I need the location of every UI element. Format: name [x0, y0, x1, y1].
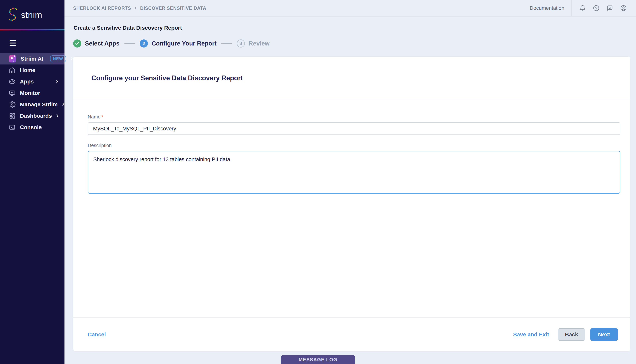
breadcrumb-discover-sensitive-data[interactable]: DISCOVER SENSITIVE DATA: [140, 6, 206, 11]
step-connector: [221, 43, 232, 44]
step-review: 3 Review: [237, 40, 270, 48]
sidebar-item-label: Apps: [20, 78, 34, 85]
menu-toggle-button[interactable]: [10, 40, 16, 46]
card-header: Configure your Sensitive Data Discovery …: [73, 56, 630, 100]
next-button[interactable]: Next: [590, 328, 618, 341]
sidebar-item-label: Manage Striim: [20, 101, 58, 108]
sidebar-item-label: Monitor: [20, 90, 40, 96]
card-body: Name* Description Sherlock discovery rep…: [73, 100, 630, 317]
step-number: 3: [237, 40, 245, 48]
top-bar: SHERLOCK AI REPORTS › DISCOVER SENSITIVE…: [64, 0, 636, 16]
card-title: Configure your Sensitive Data Discovery …: [92, 74, 612, 82]
gear-icon: [9, 101, 16, 108]
chevron-right-icon: ›: [70, 55, 73, 63]
configure-report-card: Configure your Sensitive Data Discovery …: [73, 56, 630, 352]
step-connector: [124, 43, 135, 44]
monitor-icon: [9, 90, 16, 96]
notifications-bell-icon[interactable]: [580, 5, 586, 11]
sidebar-item-monitor[interactable]: Monitor: [0, 87, 64, 99]
help-icon[interactable]: [593, 5, 599, 11]
description-label: Description: [88, 142, 620, 148]
sidebar-item-manage-striim[interactable]: Manage Striim ›: [0, 99, 64, 110]
striim-logo-icon: [8, 7, 20, 22]
chevron-right-icon: ›: [56, 78, 58, 86]
breadcrumb: SHERLOCK AI REPORTS › DISCOVER SENSITIVE…: [73, 5, 206, 11]
step-complete-check-icon: [73, 40, 81, 48]
name-label: Name*: [88, 114, 620, 120]
documentation-link[interactable]: Documentation: [530, 5, 564, 11]
step-number: 2: [140, 40, 148, 48]
breadcrumb-sherlock-ai-reports[interactable]: SHERLOCK AI REPORTS: [73, 6, 131, 11]
step-label: Select Apps: [85, 40, 120, 47]
step-label: Review: [248, 40, 270, 47]
save-and-exit-link[interactable]: Save and Exit: [513, 332, 549, 338]
back-button[interactable]: Back: [558, 328, 585, 341]
terminal-icon: [9, 124, 16, 130]
cancel-link[interactable]: Cancel: [88, 332, 106, 338]
user-account-icon[interactable]: [620, 5, 626, 11]
sidebar-nav: ✦✦✦ Striim AI NEW › Home: [0, 53, 64, 133]
message-log-button[interactable]: MESSAGE LOG: [281, 355, 355, 364]
sidebar-item-label: Dashboards: [20, 113, 52, 119]
apps-code-icon: [9, 78, 16, 85]
sidebar: striim ✦✦✦ Striim AI NEW › Home: [0, 0, 64, 364]
step-label: Configure Your Report: [152, 40, 217, 47]
wizard-stepper: Select Apps 2 Configure Your Report 3 Re…: [73, 40, 630, 48]
required-asterisk: *: [101, 114, 103, 120]
new-badge: NEW: [50, 56, 66, 62]
sidebar-item-dashboards[interactable]: Dashboards ›: [0, 110, 64, 122]
step-select-apps[interactable]: Select Apps: [73, 40, 120, 48]
feedback-chat-icon[interactable]: [607, 5, 613, 11]
chevron-right-icon: ›: [62, 100, 64, 108]
topbar-actions: Documentation: [530, 0, 636, 16]
striim-logo-text: striim: [21, 10, 42, 20]
report-name-input[interactable]: [88, 122, 620, 135]
sidebar-item-console[interactable]: Console: [0, 122, 64, 133]
sidebar-item-apps[interactable]: Apps ›: [0, 76, 64, 87]
sidebar-item-home[interactable]: Home: [0, 64, 64, 76]
sidebar-item-label: Console: [20, 124, 42, 130]
home-icon: [9, 67, 16, 74]
content-area: Create a Sensitive Data Discovery Report…: [64, 16, 636, 364]
striim-logo[interactable]: striim: [0, 0, 64, 30]
chevron-right-icon: ›: [135, 5, 136, 11]
sparkles-icon: ✦✦✦: [9, 55, 16, 62]
page-title: Create a Sensitive Data Discovery Report: [74, 25, 630, 31]
report-description-textarea[interactable]: Sherlock discovery report for 13 tables …: [88, 151, 620, 194]
dashboard-grid-icon: [9, 112, 16, 119]
sidebar-item-striim-ai[interactable]: ✦✦✦ Striim AI NEW ›: [0, 53, 64, 64]
sidebar-item-label: Striim AI: [21, 56, 43, 62]
sidebar-item-label: Home: [20, 67, 35, 73]
main-area: SHERLOCK AI REPORTS › DISCOVER SENSITIVE…: [64, 0, 636, 364]
step-configure-your-report[interactable]: 2 Configure Your Report: [140, 40, 217, 48]
card-footer: Cancel Save and Exit Back Next: [73, 317, 630, 351]
sidebar-accent-gradient: [0, 30, 64, 30]
chevron-right-icon: ›: [56, 112, 58, 120]
